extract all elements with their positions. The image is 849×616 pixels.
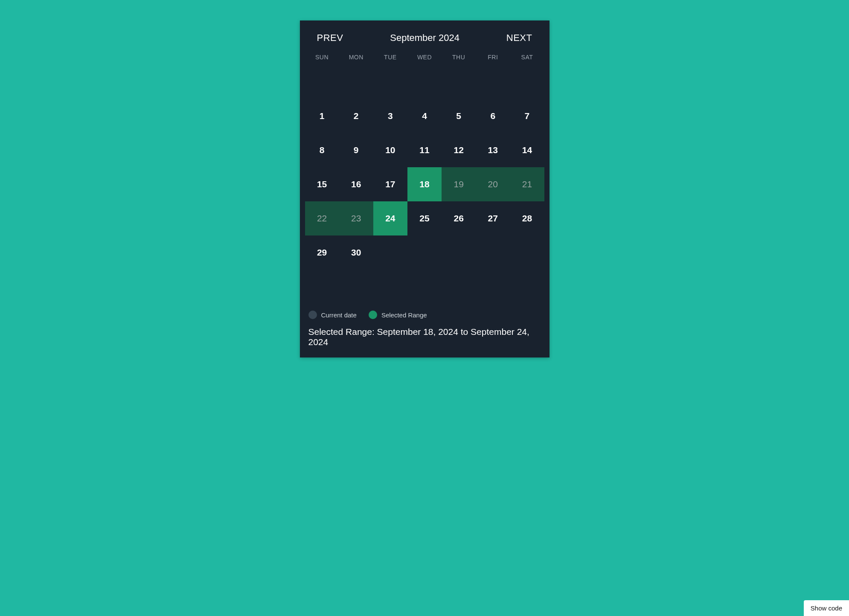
day-empty: [407, 65, 442, 99]
legend: Current date Selected Range: [300, 311, 550, 319]
weekday-mon: MON: [339, 54, 373, 65]
day-14[interactable]: 14: [510, 133, 544, 167]
day-1[interactable]: 1: [305, 99, 339, 133]
current-date-swatch: [308, 311, 317, 319]
day-17[interactable]: 17: [373, 167, 407, 201]
day-26[interactable]: 26: [442, 201, 476, 235]
show-code-button[interactable]: Show code: [804, 600, 849, 616]
calendar: PREV September 2024 NEXT SUN MON TUE WED…: [300, 20, 550, 357]
day-10[interactable]: 10: [373, 133, 407, 167]
selected-range-text: Selected Range: September 18, 2024 to Se…: [300, 327, 550, 347]
next-button[interactable]: NEXT: [506, 32, 532, 44]
day-12[interactable]: 12: [442, 133, 476, 167]
day-7[interactable]: 7: [510, 99, 544, 133]
day-20[interactable]: 20: [476, 167, 510, 201]
weekday-wed: WED: [407, 54, 442, 65]
day-16[interactable]: 16: [339, 167, 373, 201]
weekday-tue: TUE: [373, 54, 407, 65]
legend-current: Current date: [308, 311, 357, 319]
weekday-sat: SAT: [510, 54, 544, 65]
weekday-sun: SUN: [305, 54, 339, 65]
day-empty: [339, 65, 373, 99]
day-empty: [510, 65, 544, 99]
calendar-header: PREV September 2024 NEXT: [300, 32, 550, 44]
day-15[interactable]: 15: [305, 167, 339, 201]
day-4[interactable]: 4: [407, 99, 442, 133]
legend-selected: Selected Range: [369, 311, 427, 319]
day-29[interactable]: 29: [305, 235, 339, 270]
legend-selected-label: Selected Range: [381, 311, 427, 319]
day-2[interactable]: 2: [339, 99, 373, 133]
weekday-fri: FRI: [476, 54, 510, 65]
day-3[interactable]: 3: [373, 99, 407, 133]
day-22[interactable]: 22: [305, 201, 339, 235]
day-empty: [442, 65, 476, 99]
day-18[interactable]: 18: [407, 167, 442, 201]
prev-button[interactable]: PREV: [317, 32, 343, 44]
day-8[interactable]: 8: [305, 133, 339, 167]
day-28[interactable]: 28: [510, 201, 544, 235]
day-5[interactable]: 5: [442, 99, 476, 133]
day-grid: 1234567891011121314151617181920212223242…: [300, 65, 550, 270]
weekday-thu: THU: [442, 54, 476, 65]
day-empty: [373, 65, 407, 99]
day-19[interactable]: 19: [442, 167, 476, 201]
day-27[interactable]: 27: [476, 201, 510, 235]
day-6[interactable]: 6: [476, 99, 510, 133]
day-empty: [476, 65, 510, 99]
day-23[interactable]: 23: [339, 201, 373, 235]
day-30[interactable]: 30: [339, 235, 373, 270]
legend-current-label: Current date: [321, 311, 357, 319]
day-9[interactable]: 9: [339, 133, 373, 167]
day-13[interactable]: 13: [476, 133, 510, 167]
month-title: September 2024: [390, 32, 459, 44]
day-11[interactable]: 11: [407, 133, 442, 167]
day-empty: [305, 65, 339, 99]
selected-range-swatch: [369, 311, 377, 319]
weekday-row: SUN MON TUE WED THU FRI SAT: [300, 54, 550, 65]
day-25[interactable]: 25: [407, 201, 442, 235]
day-21[interactable]: 21: [510, 167, 544, 201]
day-24[interactable]: 24: [373, 201, 407, 235]
